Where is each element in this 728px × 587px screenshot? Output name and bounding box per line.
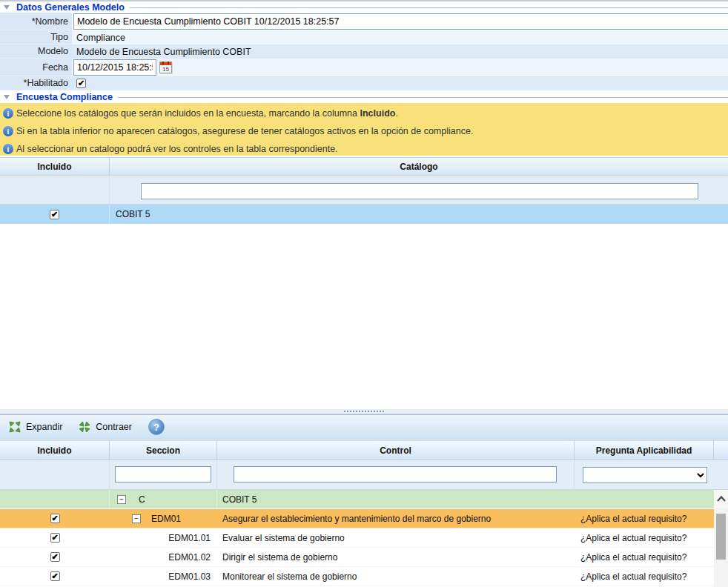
pregunta-text: ¿Aplica el actual requisito? xyxy=(575,509,714,528)
pregunta-text: ¿Aplica el actual requisito? xyxy=(575,548,714,566)
controls-row-root[interactable]: − C COBIT 5 xyxy=(0,490,714,509)
controls-col-pregunta[interactable]: Pregunta Aplicabilidad xyxy=(575,441,714,460)
scroll-up-button[interactable] xyxy=(714,490,728,508)
seccion-code: EDM01.02 xyxy=(110,548,217,566)
tipo-label: Tipo xyxy=(0,30,72,44)
controls-col-gutter xyxy=(714,441,728,460)
controls-table-header: Incluido Seccion Control Pregunta Aplica… xyxy=(0,440,728,460)
row-checkbox[interactable]: ✔ xyxy=(50,571,60,581)
seccion-code: EDM01 xyxy=(151,514,181,524)
section-header-datos-generales[interactable]: Datos Generales Modelo xyxy=(0,1,728,13)
control-text: Monitorear el sistema de gobierno xyxy=(217,567,575,586)
note-text: Seleccione los catálogos que serán inclu… xyxy=(16,108,398,119)
form-row-tipo: Tipo Compliance xyxy=(0,30,728,44)
section-rule xyxy=(130,7,728,8)
seccion-filter-input[interactable] xyxy=(115,466,211,482)
form-row-fecha: Fecha 15 xyxy=(0,59,728,76)
habilitado-checkbox[interactable]: ✔ xyxy=(76,79,86,88)
catalog-filter-input[interactable] xyxy=(141,183,698,199)
seccion-code: EDM01.03 xyxy=(110,567,217,586)
collapse-arrow-icon[interactable] xyxy=(4,95,10,99)
section-rule xyxy=(118,97,728,98)
collapse-all-label: Contraer xyxy=(96,422,132,432)
fecha-input[interactable] xyxy=(73,59,156,76)
controls-col-incluido[interactable]: Incluido xyxy=(0,441,110,460)
splitter-grip-icon xyxy=(344,411,384,412)
info-note-3: i Al seleccionar un catalogo podrá ver l… xyxy=(3,140,725,158)
info-icon: i xyxy=(3,144,13,154)
controls-row-edm01-01[interactable]: ✔ EDM01.01 Evaluar el sistema de gobiern… xyxy=(0,528,714,548)
habilitado-label: *Habilitado xyxy=(0,76,72,90)
tipo-value: Compliance xyxy=(72,30,728,44)
catalog-row-checkbox[interactable]: ✔ xyxy=(50,210,59,219)
info-note-1: i Seleccione los catálogos que serán inc… xyxy=(3,105,725,122)
section-title: Encuesta Compliance xyxy=(16,92,113,102)
catalog-filter-row xyxy=(0,177,728,205)
section-title: Datos Generales Modelo xyxy=(16,2,125,13)
calendar-icon-day: 15 xyxy=(160,65,171,73)
controls-row-edm01[interactable]: ✔ − EDM01 Asegurar el establecimiento y … xyxy=(0,509,714,528)
control-text: COBIT 5 xyxy=(217,490,575,508)
form-row-modelo: Modelo Modelo de Encuesta Cumplimiento C… xyxy=(0,44,728,59)
seccion-code: C xyxy=(139,494,145,505)
controls-filter-incluido-cell xyxy=(0,460,110,489)
expand-all-icon xyxy=(9,421,21,433)
controls-row-edm01-02[interactable]: ✔ EDM01.02 Dirigir el sistema de gobiern… xyxy=(0,548,714,567)
controls-filter-row xyxy=(0,460,728,490)
modelo-label: Modelo xyxy=(0,44,72,59)
controls-filter-control-cell xyxy=(217,460,575,489)
info-icon: i xyxy=(3,108,13,119)
catalog-row-name: COBIT 5 xyxy=(110,205,728,224)
pregunta-filter-select[interactable] xyxy=(583,467,707,483)
splitter-handle[interactable] xyxy=(0,408,728,414)
control-text: Asegurar el establecimiento y mantenimie… xyxy=(217,509,575,528)
controls-filter-seccion-cell xyxy=(110,460,217,489)
collapse-node-icon[interactable]: − xyxy=(132,514,141,523)
pregunta-text: ¿Aplica el actual requisito? xyxy=(575,528,714,547)
catalog-col-incluido[interactable]: Incluido xyxy=(0,158,110,176)
expand-all-button[interactable]: Expandir xyxy=(9,421,62,433)
section-header-encuesta[interactable]: Encuesta Compliance xyxy=(0,91,728,103)
form-row-nombre: *Nombre xyxy=(0,13,728,30)
catalog-filter-incluido-cell xyxy=(0,177,110,204)
control-text: Evaluar el sistema de gobierno xyxy=(217,528,575,547)
note-text: Si en la tabla inferior no aparecen catá… xyxy=(16,126,473,136)
info-note-2: i Si en la tabla inferior no aparecen ca… xyxy=(3,122,725,140)
controls-col-seccion[interactable]: Seccion xyxy=(110,441,217,460)
collapse-all-icon xyxy=(79,421,90,433)
row-checkbox[interactable]: ✔ xyxy=(50,533,60,543)
nombre-label: *Nombre xyxy=(0,13,72,30)
catalog-table-header: Incluido Catálogo xyxy=(0,157,728,176)
modelo-value: Modelo de Encuesta Cumplimiento COBIT xyxy=(72,44,728,59)
row-checkbox[interactable]: ✔ xyxy=(50,552,60,562)
collapse-node-icon[interactable]: − xyxy=(117,495,126,504)
vertical-scrollbar[interactable] xyxy=(714,490,728,587)
control-filter-input[interactable] xyxy=(234,466,557,482)
nombre-input[interactable] xyxy=(73,13,728,30)
row-checkbox[interactable]: ✔ xyxy=(50,514,60,523)
catalog-row-cobit5[interactable]: ✔ COBIT 5 xyxy=(0,205,728,224)
scroll-up-icon xyxy=(716,495,727,503)
note-text: Al seleccionar un catalogo podrá ver los… xyxy=(16,144,338,154)
calendar-icon[interactable]: 15 xyxy=(159,62,172,73)
compliance-model-page: Datos Generales Modelo *Nombre Tipo Comp… xyxy=(0,0,728,587)
expand-all-label: Expandir xyxy=(26,422,62,432)
catalog-col-catalogo[interactable]: Catálogo xyxy=(110,158,728,176)
controls-filter-pregunta-cell xyxy=(575,460,728,489)
collapse-arrow-icon[interactable] xyxy=(4,5,10,10)
fecha-label: Fecha xyxy=(0,59,72,76)
seccion-code: EDM01.01 xyxy=(110,528,217,547)
info-icon: i xyxy=(3,126,13,136)
control-text: Dirigir el sistema de gobierno xyxy=(217,548,575,566)
info-box: i Seleccione los catálogos que serán inc… xyxy=(0,103,728,156)
pregunta-text xyxy=(575,490,714,508)
help-icon[interactable]: ? xyxy=(148,419,165,435)
form-row-habilitado: *Habilitado ✔ xyxy=(0,76,728,90)
controls-row-edm01-03[interactable]: ✔ EDM01.03 Monitorear el sistema de gobi… xyxy=(0,567,714,586)
catalog-filter-catalogo-cell xyxy=(110,177,728,204)
pregunta-text: ¿Aplica el actual requisito? xyxy=(575,567,714,586)
controls-col-control[interactable]: Control xyxy=(217,441,575,460)
scrollbar-thumb[interactable] xyxy=(716,514,726,560)
controls-toolbar: Expandir Contraer ? xyxy=(0,414,728,440)
collapse-all-button[interactable]: Contraer xyxy=(79,421,132,433)
